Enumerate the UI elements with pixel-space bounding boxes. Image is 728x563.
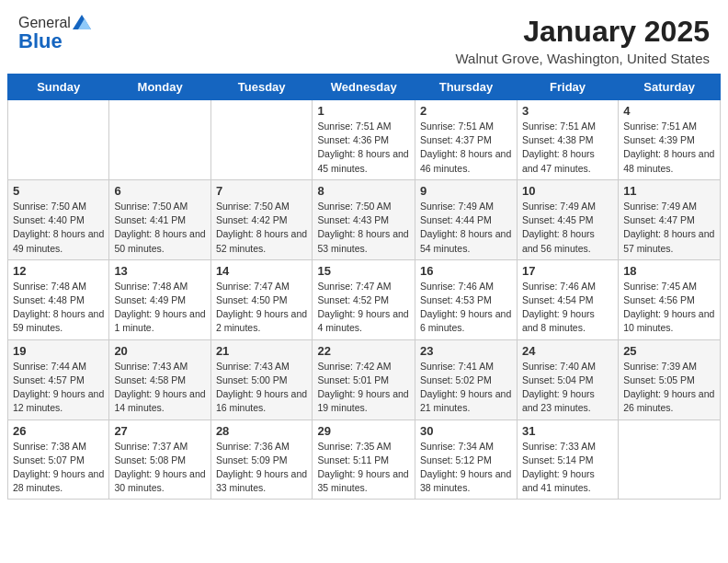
calendar-table: Sunday Monday Tuesday Wednesday Thursday… bbox=[7, 74, 721, 500]
day-number: 31 bbox=[522, 424, 613, 438]
table-row: 10Sunrise: 7:49 AMSunset: 4:45 PMDayligh… bbox=[517, 179, 618, 259]
table-row: 27Sunrise: 7:37 AMSunset: 5:08 PMDayligh… bbox=[109, 419, 210, 500]
day-info: Sunrise: 7:47 AMSunset: 4:50 PMDaylight:… bbox=[216, 280, 308, 336]
day-info: Sunrise: 7:45 AMSunset: 4:56 PMDaylight:… bbox=[623, 280, 715, 336]
day-info: Sunrise: 7:50 AMSunset: 4:43 PMDaylight:… bbox=[317, 200, 410, 256]
day-info: Sunrise: 7:48 AMSunset: 4:49 PMDaylight:… bbox=[114, 280, 205, 336]
table-row: 12Sunrise: 7:48 AMSunset: 4:48 PMDayligh… bbox=[8, 259, 109, 339]
page-header: General Blue January 2025 Walnut Grove, … bbox=[0, 0, 728, 74]
col-monday: Monday bbox=[109, 75, 210, 100]
table-row: 4Sunrise: 7:51 AMSunset: 4:39 PMDaylight… bbox=[619, 100, 721, 180]
day-info: Sunrise: 7:49 AMSunset: 4:45 PMDaylight:… bbox=[522, 200, 613, 256]
day-number: 24 bbox=[522, 344, 613, 358]
day-info: Sunrise: 7:37 AMSunset: 5:08 PMDaylight:… bbox=[114, 440, 205, 496]
calendar-wrapper: Sunday Monday Tuesday Wednesday Thursday… bbox=[0, 74, 728, 507]
day-info: Sunrise: 7:51 AMSunset: 4:37 PMDaylight:… bbox=[420, 120, 512, 176]
day-number: 28 bbox=[216, 424, 308, 438]
day-number: 8 bbox=[317, 184, 410, 198]
table-row: 13Sunrise: 7:48 AMSunset: 4:49 PMDayligh… bbox=[109, 259, 210, 339]
calendar-week-row: 1Sunrise: 7:51 AMSunset: 4:36 PMDaylight… bbox=[8, 100, 721, 180]
day-number: 10 bbox=[522, 184, 613, 198]
table-row: 26Sunrise: 7:38 AMSunset: 5:07 PMDayligh… bbox=[8, 419, 109, 500]
day-number: 26 bbox=[13, 424, 104, 438]
day-info: Sunrise: 7:33 AMSunset: 5:14 PMDaylight:… bbox=[522, 440, 613, 496]
calendar-week-row: 12Sunrise: 7:48 AMSunset: 4:48 PMDayligh… bbox=[8, 259, 721, 339]
logo: General Blue bbox=[18, 15, 91, 53]
day-number: 16 bbox=[420, 264, 512, 278]
day-number: 25 bbox=[623, 344, 715, 358]
day-info: Sunrise: 7:47 AMSunset: 4:52 PMDaylight:… bbox=[317, 280, 410, 336]
day-number: 23 bbox=[420, 344, 512, 358]
table-row: 5Sunrise: 7:50 AMSunset: 4:40 PMDaylight… bbox=[8, 179, 109, 259]
table-row: 9Sunrise: 7:49 AMSunset: 4:44 PMDaylight… bbox=[415, 179, 518, 259]
day-number: 5 bbox=[13, 184, 104, 198]
table-row bbox=[210, 100, 313, 180]
day-number: 1 bbox=[317, 104, 410, 118]
table-row: 31Sunrise: 7:33 AMSunset: 5:14 PMDayligh… bbox=[517, 419, 618, 500]
day-number: 30 bbox=[420, 424, 512, 438]
day-number: 3 bbox=[522, 104, 613, 118]
day-number: 15 bbox=[317, 264, 410, 278]
day-number: 29 bbox=[317, 424, 410, 438]
day-number: 13 bbox=[114, 264, 205, 278]
table-row: 11Sunrise: 7:49 AMSunset: 4:47 PMDayligh… bbox=[619, 179, 721, 259]
table-row: 20Sunrise: 7:43 AMSunset: 4:58 PMDayligh… bbox=[109, 339, 210, 419]
day-info: Sunrise: 7:34 AMSunset: 5:12 PMDaylight:… bbox=[420, 440, 512, 496]
table-row: 22Sunrise: 7:42 AMSunset: 5:01 PMDayligh… bbox=[313, 339, 415, 419]
day-number: 19 bbox=[13, 344, 104, 358]
day-info: Sunrise: 7:51 AMSunset: 4:39 PMDaylight:… bbox=[623, 120, 715, 176]
table-row bbox=[8, 100, 109, 180]
table-row: 25Sunrise: 7:39 AMSunset: 5:05 PMDayligh… bbox=[619, 339, 721, 419]
col-friday: Friday bbox=[517, 75, 618, 100]
day-number: 6 bbox=[114, 184, 205, 198]
col-sunday: Sunday bbox=[8, 75, 109, 100]
calendar-header: Sunday Monday Tuesday Wednesday Thursday… bbox=[8, 75, 721, 100]
day-info: Sunrise: 7:50 AMSunset: 4:40 PMDaylight:… bbox=[13, 200, 104, 256]
day-info: Sunrise: 7:39 AMSunset: 5:05 PMDaylight:… bbox=[623, 360, 715, 416]
day-info: Sunrise: 7:36 AMSunset: 5:09 PMDaylight:… bbox=[216, 440, 308, 496]
calendar-week-row: 19Sunrise: 7:44 AMSunset: 4:57 PMDayligh… bbox=[8, 339, 721, 419]
table-row: 23Sunrise: 7:41 AMSunset: 5:02 PMDayligh… bbox=[415, 339, 518, 419]
day-info: Sunrise: 7:51 AMSunset: 4:36 PMDaylight:… bbox=[317, 120, 410, 176]
table-row: 2Sunrise: 7:51 AMSunset: 4:37 PMDaylight… bbox=[415, 100, 518, 180]
table-row: 1Sunrise: 7:51 AMSunset: 4:36 PMDaylight… bbox=[313, 100, 415, 180]
col-saturday: Saturday bbox=[619, 75, 721, 100]
table-row: 24Sunrise: 7:40 AMSunset: 5:04 PMDayligh… bbox=[517, 339, 618, 419]
table-row: 3Sunrise: 7:51 AMSunset: 4:38 PMDaylight… bbox=[517, 100, 618, 180]
day-info: Sunrise: 7:44 AMSunset: 4:57 PMDaylight:… bbox=[13, 360, 104, 416]
table-row: 19Sunrise: 7:44 AMSunset: 4:57 PMDayligh… bbox=[8, 339, 109, 419]
day-number: 4 bbox=[623, 104, 715, 118]
table-row: 30Sunrise: 7:34 AMSunset: 5:12 PMDayligh… bbox=[415, 419, 518, 500]
day-number: 11 bbox=[623, 184, 715, 198]
col-tuesday: Tuesday bbox=[210, 75, 313, 100]
day-info: Sunrise: 7:41 AMSunset: 5:02 PMDaylight:… bbox=[420, 360, 512, 416]
day-number: 18 bbox=[623, 264, 715, 278]
table-row bbox=[109, 100, 210, 180]
table-row: 17Sunrise: 7:46 AMSunset: 4:54 PMDayligh… bbox=[517, 259, 618, 339]
calendar-week-row: 5Sunrise: 7:50 AMSunset: 4:40 PMDaylight… bbox=[8, 179, 721, 259]
logo-icon bbox=[73, 15, 91, 29]
table-row: 7Sunrise: 7:50 AMSunset: 4:42 PMDaylight… bbox=[210, 179, 313, 259]
day-info: Sunrise: 7:49 AMSunset: 4:47 PMDaylight:… bbox=[623, 200, 715, 256]
day-info: Sunrise: 7:49 AMSunset: 4:44 PMDaylight:… bbox=[420, 200, 512, 256]
day-info: Sunrise: 7:46 AMSunset: 4:53 PMDaylight:… bbox=[420, 280, 512, 336]
title-block: January 2025 Walnut Grove, Washington, U… bbox=[455, 15, 710, 66]
table-row: 28Sunrise: 7:36 AMSunset: 5:09 PMDayligh… bbox=[210, 419, 313, 500]
day-number: 20 bbox=[114, 344, 205, 358]
calendar-body: 1Sunrise: 7:51 AMSunset: 4:36 PMDaylight… bbox=[8, 100, 721, 500]
day-number: 7 bbox=[216, 184, 308, 198]
day-info: Sunrise: 7:38 AMSunset: 5:07 PMDaylight:… bbox=[13, 440, 104, 496]
day-number: 21 bbox=[216, 344, 308, 358]
day-info: Sunrise: 7:40 AMSunset: 5:04 PMDaylight:… bbox=[522, 360, 613, 416]
days-of-week-row: Sunday Monday Tuesday Wednesday Thursday… bbox=[8, 75, 721, 100]
logo-blue-text: Blue bbox=[18, 29, 63, 53]
location-subtitle: Walnut Grove, Washington, United States bbox=[455, 51, 710, 66]
col-thursday: Thursday bbox=[415, 75, 518, 100]
day-info: Sunrise: 7:43 AMSunset: 5:00 PMDaylight:… bbox=[216, 360, 308, 416]
day-info: Sunrise: 7:48 AMSunset: 4:48 PMDaylight:… bbox=[13, 280, 104, 336]
day-number: 14 bbox=[216, 264, 308, 278]
day-info: Sunrise: 7:46 AMSunset: 4:54 PMDaylight:… bbox=[522, 280, 613, 336]
table-row: 8Sunrise: 7:50 AMSunset: 4:43 PMDaylight… bbox=[313, 179, 415, 259]
table-row: 14Sunrise: 7:47 AMSunset: 4:50 PMDayligh… bbox=[210, 259, 313, 339]
day-info: Sunrise: 7:51 AMSunset: 4:38 PMDaylight:… bbox=[522, 120, 613, 176]
